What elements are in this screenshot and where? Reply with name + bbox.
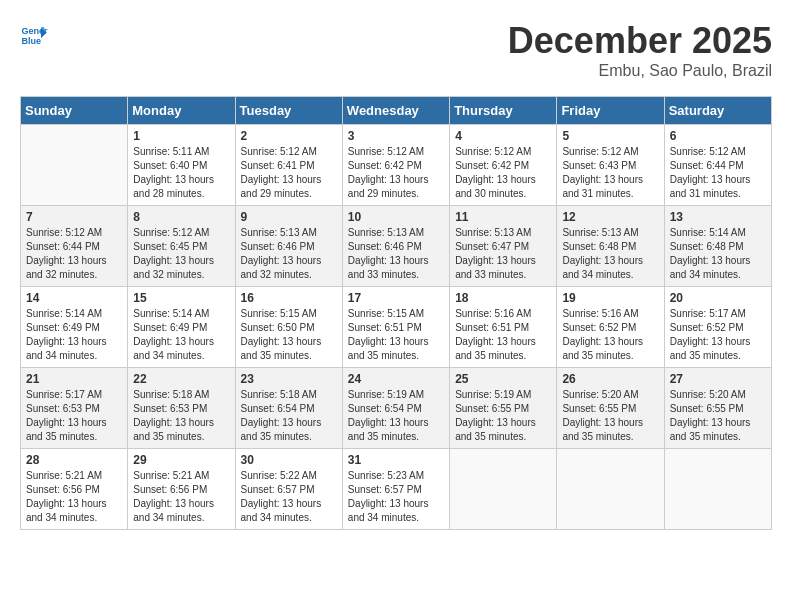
calendar-cell: 4Sunrise: 5:12 AM Sunset: 6:42 PM Daylig… (450, 125, 557, 206)
logo: General Blue (20, 20, 48, 48)
day-info: Sunrise: 5:14 AM Sunset: 6:49 PM Dayligh… (26, 307, 122, 363)
weekday-header-sunday: Sunday (21, 97, 128, 125)
calendar-cell: 10Sunrise: 5:13 AM Sunset: 6:46 PM Dayli… (342, 206, 449, 287)
weekday-header-wednesday: Wednesday (342, 97, 449, 125)
calendar-cell: 11Sunrise: 5:13 AM Sunset: 6:47 PM Dayli… (450, 206, 557, 287)
calendar-week-row: 1Sunrise: 5:11 AM Sunset: 6:40 PM Daylig… (21, 125, 772, 206)
day-number: 23 (241, 372, 337, 386)
month-title: December 2025 (508, 20, 772, 62)
calendar-cell: 27Sunrise: 5:20 AM Sunset: 6:55 PM Dayli… (664, 368, 771, 449)
weekday-header-thursday: Thursday (450, 97, 557, 125)
page-header: General Blue December 2025 Embu, Sao Pau… (20, 20, 772, 80)
day-info: Sunrise: 5:11 AM Sunset: 6:40 PM Dayligh… (133, 145, 229, 201)
day-number: 15 (133, 291, 229, 305)
calendar-cell: 23Sunrise: 5:18 AM Sunset: 6:54 PM Dayli… (235, 368, 342, 449)
calendar-cell: 12Sunrise: 5:13 AM Sunset: 6:48 PM Dayli… (557, 206, 664, 287)
day-number: 3 (348, 129, 444, 143)
day-number: 1 (133, 129, 229, 143)
day-info: Sunrise: 5:12 AM Sunset: 6:43 PM Dayligh… (562, 145, 658, 201)
day-number: 10 (348, 210, 444, 224)
calendar-cell: 20Sunrise: 5:17 AM Sunset: 6:52 PM Dayli… (664, 287, 771, 368)
day-number: 17 (348, 291, 444, 305)
calendar-cell: 14Sunrise: 5:14 AM Sunset: 6:49 PM Dayli… (21, 287, 128, 368)
calendar-week-row: 21Sunrise: 5:17 AM Sunset: 6:53 PM Dayli… (21, 368, 772, 449)
calendar-cell: 25Sunrise: 5:19 AM Sunset: 6:55 PM Dayli… (450, 368, 557, 449)
day-number: 16 (241, 291, 337, 305)
calendar-cell: 29Sunrise: 5:21 AM Sunset: 6:56 PM Dayli… (128, 449, 235, 530)
day-number: 12 (562, 210, 658, 224)
day-number: 6 (670, 129, 766, 143)
day-info: Sunrise: 5:13 AM Sunset: 6:46 PM Dayligh… (348, 226, 444, 282)
day-info: Sunrise: 5:13 AM Sunset: 6:48 PM Dayligh… (562, 226, 658, 282)
day-info: Sunrise: 5:21 AM Sunset: 6:56 PM Dayligh… (133, 469, 229, 525)
calendar-cell: 21Sunrise: 5:17 AM Sunset: 6:53 PM Dayli… (21, 368, 128, 449)
day-number: 14 (26, 291, 122, 305)
day-number: 29 (133, 453, 229, 467)
day-number: 11 (455, 210, 551, 224)
day-info: Sunrise: 5:12 AM Sunset: 6:44 PM Dayligh… (26, 226, 122, 282)
calendar-cell: 17Sunrise: 5:15 AM Sunset: 6:51 PM Dayli… (342, 287, 449, 368)
calendar-cell: 31Sunrise: 5:23 AM Sunset: 6:57 PM Dayli… (342, 449, 449, 530)
day-number: 31 (348, 453, 444, 467)
title-area: December 2025 Embu, Sao Paulo, Brazil (508, 20, 772, 80)
calendar-week-row: 14Sunrise: 5:14 AM Sunset: 6:49 PM Dayli… (21, 287, 772, 368)
weekday-header-friday: Friday (557, 97, 664, 125)
day-info: Sunrise: 5:19 AM Sunset: 6:54 PM Dayligh… (348, 388, 444, 444)
calendar-cell: 5Sunrise: 5:12 AM Sunset: 6:43 PM Daylig… (557, 125, 664, 206)
day-info: Sunrise: 5:12 AM Sunset: 6:44 PM Dayligh… (670, 145, 766, 201)
day-number: 7 (26, 210, 122, 224)
day-info: Sunrise: 5:12 AM Sunset: 6:42 PM Dayligh… (348, 145, 444, 201)
calendar-cell: 16Sunrise: 5:15 AM Sunset: 6:50 PM Dayli… (235, 287, 342, 368)
day-number: 8 (133, 210, 229, 224)
day-info: Sunrise: 5:15 AM Sunset: 6:50 PM Dayligh… (241, 307, 337, 363)
calendar-cell: 1Sunrise: 5:11 AM Sunset: 6:40 PM Daylig… (128, 125, 235, 206)
day-info: Sunrise: 5:18 AM Sunset: 6:54 PM Dayligh… (241, 388, 337, 444)
day-number: 9 (241, 210, 337, 224)
day-number: 24 (348, 372, 444, 386)
day-number: 26 (562, 372, 658, 386)
svg-text:Blue: Blue (21, 36, 41, 46)
calendar-week-row: 7Sunrise: 5:12 AM Sunset: 6:44 PM Daylig… (21, 206, 772, 287)
day-info: Sunrise: 5:12 AM Sunset: 6:45 PM Dayligh… (133, 226, 229, 282)
calendar-cell: 19Sunrise: 5:16 AM Sunset: 6:52 PM Dayli… (557, 287, 664, 368)
location-title: Embu, Sao Paulo, Brazil (508, 62, 772, 80)
day-number: 18 (455, 291, 551, 305)
calendar-cell: 2Sunrise: 5:12 AM Sunset: 6:41 PM Daylig… (235, 125, 342, 206)
day-number: 25 (455, 372, 551, 386)
calendar-cell: 30Sunrise: 5:22 AM Sunset: 6:57 PM Dayli… (235, 449, 342, 530)
calendar-table: SundayMondayTuesdayWednesdayThursdayFrid… (20, 96, 772, 530)
calendar-cell (21, 125, 128, 206)
calendar-week-row: 28Sunrise: 5:21 AM Sunset: 6:56 PM Dayli… (21, 449, 772, 530)
day-info: Sunrise: 5:13 AM Sunset: 6:46 PM Dayligh… (241, 226, 337, 282)
calendar-cell: 3Sunrise: 5:12 AM Sunset: 6:42 PM Daylig… (342, 125, 449, 206)
calendar-cell: 24Sunrise: 5:19 AM Sunset: 6:54 PM Dayli… (342, 368, 449, 449)
day-number: 22 (133, 372, 229, 386)
day-info: Sunrise: 5:17 AM Sunset: 6:52 PM Dayligh… (670, 307, 766, 363)
day-number: 13 (670, 210, 766, 224)
weekday-header-row: SundayMondayTuesdayWednesdayThursdayFrid… (21, 97, 772, 125)
calendar-cell: 6Sunrise: 5:12 AM Sunset: 6:44 PM Daylig… (664, 125, 771, 206)
day-info: Sunrise: 5:12 AM Sunset: 6:42 PM Dayligh… (455, 145, 551, 201)
day-info: Sunrise: 5:17 AM Sunset: 6:53 PM Dayligh… (26, 388, 122, 444)
day-number: 2 (241, 129, 337, 143)
day-info: Sunrise: 5:19 AM Sunset: 6:55 PM Dayligh… (455, 388, 551, 444)
day-info: Sunrise: 5:14 AM Sunset: 6:48 PM Dayligh… (670, 226, 766, 282)
weekday-header-monday: Monday (128, 97, 235, 125)
day-info: Sunrise: 5:23 AM Sunset: 6:57 PM Dayligh… (348, 469, 444, 525)
calendar-cell: 8Sunrise: 5:12 AM Sunset: 6:45 PM Daylig… (128, 206, 235, 287)
day-number: 4 (455, 129, 551, 143)
calendar-cell: 9Sunrise: 5:13 AM Sunset: 6:46 PM Daylig… (235, 206, 342, 287)
day-info: Sunrise: 5:22 AM Sunset: 6:57 PM Dayligh… (241, 469, 337, 525)
day-info: Sunrise: 5:14 AM Sunset: 6:49 PM Dayligh… (133, 307, 229, 363)
calendar-cell: 15Sunrise: 5:14 AM Sunset: 6:49 PM Dayli… (128, 287, 235, 368)
calendar-cell: 22Sunrise: 5:18 AM Sunset: 6:53 PM Dayli… (128, 368, 235, 449)
day-info: Sunrise: 5:12 AM Sunset: 6:41 PM Dayligh… (241, 145, 337, 201)
day-number: 28 (26, 453, 122, 467)
calendar-cell: 7Sunrise: 5:12 AM Sunset: 6:44 PM Daylig… (21, 206, 128, 287)
weekday-header-saturday: Saturday (664, 97, 771, 125)
calendar-cell: 13Sunrise: 5:14 AM Sunset: 6:48 PM Dayli… (664, 206, 771, 287)
calendar-cell (557, 449, 664, 530)
day-number: 5 (562, 129, 658, 143)
calendar-cell (664, 449, 771, 530)
calendar-cell: 28Sunrise: 5:21 AM Sunset: 6:56 PM Dayli… (21, 449, 128, 530)
